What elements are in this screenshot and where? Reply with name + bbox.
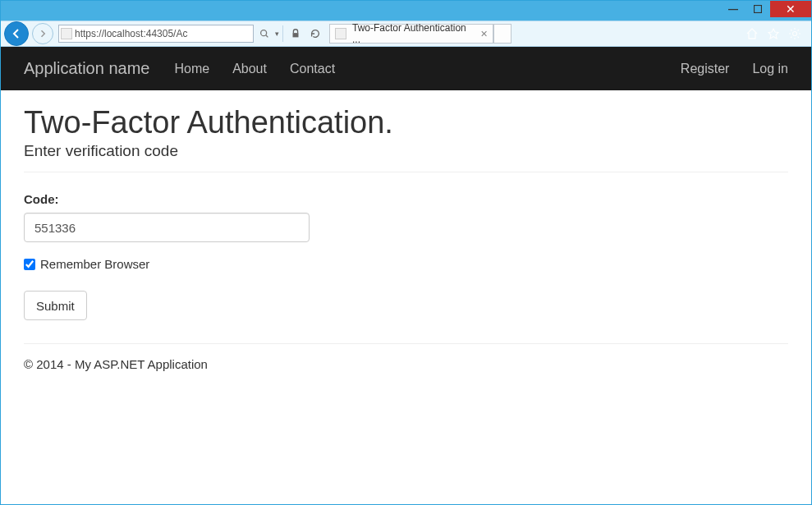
settings-icon[interactable] <box>788 27 801 40</box>
svg-point-1 <box>261 30 267 36</box>
svg-rect-3 <box>293 33 299 37</box>
remember-row: Remember Browser <box>24 257 788 271</box>
nav-home[interactable]: Home <box>174 62 209 76</box>
site-navbar: Application name Home About Contact Regi… <box>1 47 811 90</box>
nav-links-left: Home About Contact <box>174 62 335 76</box>
home-icon[interactable] <box>745 27 759 40</box>
nav-register[interactable]: Register <box>681 62 730 76</box>
brand-link[interactable]: Application name <box>24 59 149 78</box>
maximize-button[interactable] <box>745 1 770 17</box>
page-icon <box>61 28 72 39</box>
remember-label: Remember Browser <box>40 257 149 271</box>
favorites-icon[interactable] <box>767 27 780 40</box>
nav-login[interactable]: Log in <box>752 62 788 76</box>
titlebar: — ✕ <box>1 1 811 21</box>
refresh-icon[interactable] <box>310 28 321 39</box>
dropdown-caret-icon[interactable]: ▾ <box>275 30 279 38</box>
back-button[interactable] <box>4 21 29 46</box>
divider-top <box>24 172 788 172</box>
svg-rect-0 <box>755 6 762 13</box>
submit-button[interactable]: Submit <box>24 291 87 320</box>
forward-button[interactable] <box>32 23 53 44</box>
main-container: Two-Factor Authentication. Enter verific… <box>1 90 811 386</box>
browser-window: — ✕ https://localhost:44305/Ac ▾ Two-Fac… <box>0 0 812 505</box>
window-controls: — ✕ <box>721 1 811 17</box>
nav-about[interactable]: About <box>232 62 267 76</box>
nav-contact[interactable]: Contact <box>290 62 335 76</box>
tab-title: Two-Factor Authentication ... <box>352 22 474 45</box>
new-tab-button[interactable] <box>493 24 512 44</box>
remember-checkbox[interactable] <box>24 259 35 270</box>
lock-icon <box>290 28 301 39</box>
code-input[interactable] <box>24 213 310 242</box>
address-text: https://localhost:44305/Ac <box>75 28 187 39</box>
close-button[interactable]: ✕ <box>770 1 811 17</box>
svg-point-4 <box>793 32 797 36</box>
address-bar[interactable]: https://localhost:44305/Ac <box>58 25 254 43</box>
search-dropdown-icon[interactable] <box>259 28 270 39</box>
svg-line-2 <box>266 35 268 38</box>
toolbar-right <box>745 27 808 40</box>
page-viewport: Application name Home About Contact Regi… <box>1 47 811 504</box>
footer-text: © 2014 - My ASP.NET Application <box>24 357 788 371</box>
code-label: Code: <box>24 192 788 206</box>
nav-links-right: Register Log in <box>681 62 788 76</box>
tab-favicon <box>335 28 346 39</box>
browser-toolbar: https://localhost:44305/Ac ▾ Two-Factor … <box>1 21 811 47</box>
page-title: Two-Factor Authentication. <box>24 105 788 140</box>
browser-tab[interactable]: Two-Factor Authentication ... ✕ <box>329 24 493 44</box>
tab-close-icon[interactable]: ✕ <box>480 29 488 39</box>
divider-bottom <box>24 343 788 344</box>
tab-strip: Two-Factor Authentication ... ✕ <box>329 24 512 44</box>
page-subtitle: Enter verification code <box>24 142 788 160</box>
minimize-button[interactable]: — <box>721 1 745 17</box>
toolbar-divider <box>282 25 283 42</box>
